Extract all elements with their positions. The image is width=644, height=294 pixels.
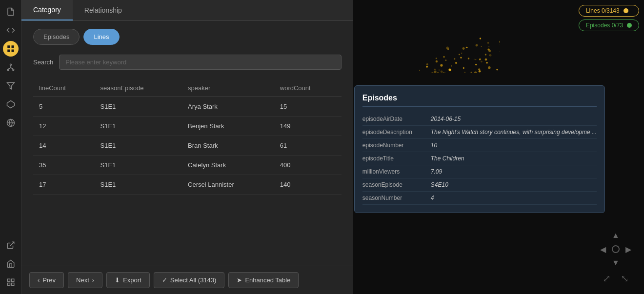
nav-down-button[interactable]: ▼ [610,257,622,269]
svg-marker-11 [7,101,14,108]
svg-point-584 [487,48,489,50]
svg-point-117 [475,44,478,46]
scatter-plot [353,0,500,73]
col-wordcount: wordCount [274,79,342,97]
nav-left-button[interactable]: ◀ [597,243,609,255]
hierarchy-icon[interactable] [3,59,19,75]
toggle-episodes[interactable]: Episodes [33,29,80,45]
col-seasonepisode: seasonEpisode [95,79,182,97]
cell-seasonepisode: S1E1 [95,136,182,156]
graph-icon[interactable] [3,97,19,112]
prev-button[interactable]: ‹ Prev [29,272,64,288]
nav-controls: ▲ ◀ ▶ ▼ ⤢ ⤡ [597,230,634,284]
svg-point-1057 [487,42,489,44]
tooltip-key: episodeNumber [362,142,431,149]
svg-point-1105 [466,47,467,48]
nav-expand-row: ⤢ ⤡ [603,273,629,284]
tooltip-key: episodeDescription [362,129,431,136]
search-input[interactable] [59,55,342,70]
select-all-button[interactable]: ✓ Select All (3143) [154,272,225,288]
svg-point-724 [474,71,477,73]
episodes-badge[interactable]: Episodes 0/73 [579,20,639,31]
svg-rect-1 [11,45,14,48]
svg-point-4 [10,64,11,65]
table-row[interactable]: 14 S1E1 Bran Stark 61 [33,136,342,156]
data-table: lineCount seasonEpisode speaker wordCoun… [33,79,342,195]
svg-point-179 [488,66,490,69]
cell-speaker: Catelyn Stark [182,156,274,175]
expand-right-button[interactable]: ⤡ [621,273,629,284]
svg-point-367 [488,46,489,47]
svg-point-508 [486,62,488,63]
cell-wordcount: 61 [274,136,342,156]
main-panel: Category Relationship Episodes Lines Sea… [21,0,353,294]
svg-point-6 [12,69,14,71]
col-linecount: lineCount [33,79,95,97]
settings-icon[interactable] [3,274,19,290]
lines-badge[interactable]: Lines 0/3143 [579,5,639,17]
cell-speaker: Cersei Lannister [182,175,274,195]
check-icon: ✓ [162,276,167,284]
cell-seasonepisode: S1E1 [95,97,182,117]
filter-icon[interactable] [3,78,19,94]
cell-wordcount: 140 [274,175,342,195]
svg-point-908 [434,69,436,70]
cell-speaker: Arya Stark [182,97,274,117]
export-label: Export [123,276,141,284]
table-row[interactable]: 5 S1E1 Arya Stark 15 [33,97,342,117]
export-icon[interactable] [3,237,19,253]
table-row[interactable]: 12 S1E1 Benjen Stark 149 [33,117,342,136]
toggle-lines[interactable]: Lines [83,29,119,45]
export-button[interactable]: ⬇ Export [106,272,150,288]
tooltip-value: 2014-06-15 [431,116,461,122]
svg-point-913 [489,54,492,57]
table-row[interactable]: 35 S1E1 Catelyn Stark 400 [33,156,342,175]
svg-point-381 [485,54,486,55]
cell-linecount: 12 [33,117,95,136]
svg-point-914 [446,46,449,49]
svg-point-1173 [437,72,439,73]
enhanced-table-button[interactable]: ➤ Enhanced Table [228,272,299,288]
nav-right-button[interactable]: ▶ [623,243,634,255]
select-all-label: Select All (3143) [170,276,217,284]
svg-rect-2 [7,50,10,52]
cell-linecount: 35 [33,156,95,175]
tab-category[interactable]: Category [21,0,73,20]
svg-point-894 [464,72,465,73]
svg-rect-0 [7,45,10,48]
nav-middle-row: ◀ ▶ [597,243,634,255]
svg-point-501 [479,59,481,60]
episodes-badge-label: Episodes 0/73 [586,22,623,29]
prev-chevron-icon: ‹ [38,276,40,284]
cell-speaker: Bran Stark [182,136,274,156]
prev-label: Prev [42,276,56,284]
next-label: Next [76,276,89,284]
tooltip-key: episodeAirDate [362,116,431,122]
svg-point-665 [454,58,455,59]
col-speaker: speaker [182,79,274,97]
table-icon[interactable] [3,41,19,57]
svg-point-702 [463,47,465,50]
svg-point-684 [445,59,447,61]
home-icon[interactable] [3,256,19,272]
svg-point-808 [460,57,462,59]
tab-relationship[interactable]: Relationship [73,0,134,20]
svg-point-1200 [463,67,464,69]
svg-point-23 [499,40,500,43]
expand-left-button[interactable]: ⤢ [603,273,611,284]
episodes-dot [627,23,632,28]
next-button[interactable]: Next › [68,272,102,288]
cell-seasonepisode: S1E1 [95,117,182,136]
globe-icon[interactable] [3,115,19,131]
viz-panel: Lines 0/3143 Episodes 0/73 Episodes epis… [353,0,644,294]
table-row[interactable]: 17 S1E1 Cersei Lannister 140 [33,175,342,195]
svg-rect-16 [11,279,14,281]
code-icon[interactable] [3,22,19,38]
nav-up-button[interactable]: ▲ [610,230,622,241]
search-row: Search [33,55,342,70]
svg-rect-17 [7,283,10,286]
file-icon[interactable] [3,4,19,20]
svg-point-5 [7,69,9,71]
svg-point-528 [480,38,481,39]
tooltip-rows: episodeAirDate 2014-06-15 episodeDescrip… [362,113,597,205]
